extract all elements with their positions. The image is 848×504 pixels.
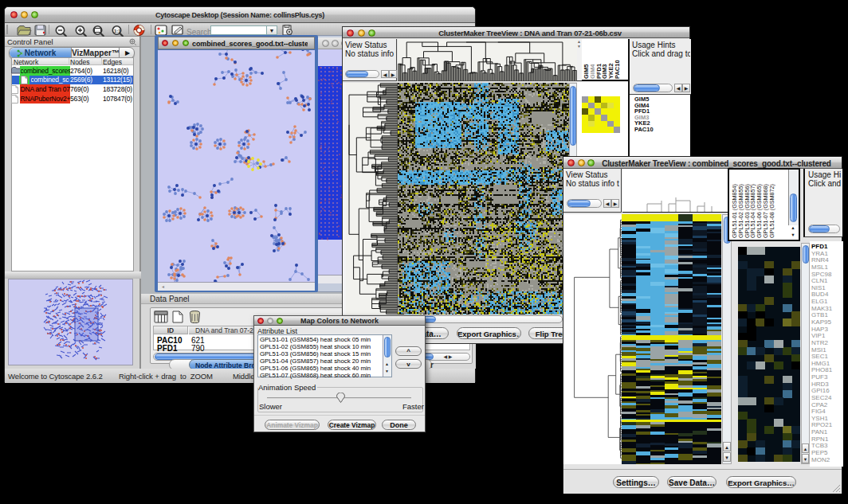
svg-text:1:1: 1:1	[114, 29, 121, 33]
